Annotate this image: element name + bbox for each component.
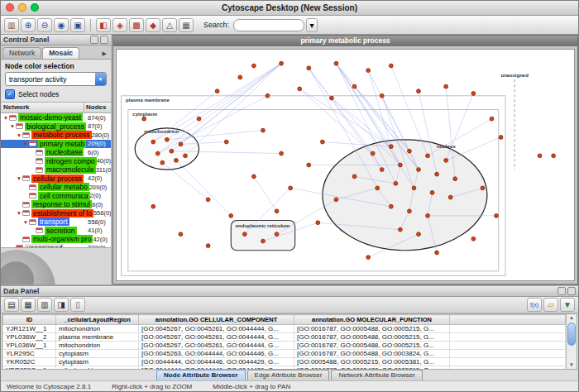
network-node[interactable] <box>412 186 416 190</box>
network-canvas[interactable]: plasma membranecytoplasmmitochondrionnuc… <box>116 49 575 281</box>
close-button[interactable] <box>6 3 14 12</box>
delete-attribute-icon[interactable]: ▥ <box>37 298 52 312</box>
table-cell[interactable]: [GO:0045267, GO:0045261, GO:0044444, G..… <box>139 325 294 333</box>
table-row[interactable]: YJR121W__1mitochondrion[GO:0045267, GO:0… <box>3 325 566 333</box>
network-node[interactable] <box>334 198 338 202</box>
table-cell[interactable]: mitochondrion <box>56 366 139 370</box>
network-node[interactable] <box>417 89 421 93</box>
network-node[interactable] <box>179 142 183 146</box>
tab-edge-attribute-browser[interactable]: Edge Attribute Browser <box>247 370 330 380</box>
zoom-button[interactable] <box>31 3 39 12</box>
network-node[interactable] <box>435 172 439 176</box>
network-node[interactable] <box>330 96 334 100</box>
table-cell[interactable]: [GO:0045267, GO:0045261, GO:0044444, G..… <box>139 333 294 342</box>
table-row[interactable]: YPL036W__2plasma membrane[GO:0045267, GO… <box>3 333 566 342</box>
network-node[interactable] <box>266 93 270 98</box>
network-node[interactable] <box>165 137 169 141</box>
network-node[interactable] <box>430 191 434 195</box>
network-node[interactable] <box>184 154 188 158</box>
network-node[interactable] <box>495 213 499 218</box>
network-node[interactable] <box>238 75 242 79</box>
column-header[interactable]: ID <box>3 315 56 325</box>
network-node[interactable] <box>389 64 393 68</box>
network-node[interactable] <box>398 227 402 232</box>
network-node[interactable] <box>206 244 210 248</box>
vertical-scrollbar[interactable]: ▲ ▼ <box>566 314 577 369</box>
select-attributes-icon[interactable]: ▤ <box>4 298 19 312</box>
network-node[interactable] <box>151 204 156 208</box>
network-node[interactable] <box>289 186 293 190</box>
select-first-neighbors-icon[interactable]: ◈ <box>112 18 127 32</box>
column-header[interactable]: _cellularLayoutRegion <box>56 315 139 325</box>
network-node[interactable] <box>261 239 266 243</box>
import-table-icon[interactable]: ▼ <box>560 298 575 312</box>
table-cell[interactable]: YPL036W__1 <box>3 342 56 350</box>
table-cell[interactable]: YKR052C <box>3 358 56 366</box>
network-node[interactable] <box>389 204 393 208</box>
network-node[interactable] <box>151 140 156 144</box>
network-node[interactable] <box>229 213 233 218</box>
expander-icon[interactable]: ▼ <box>22 219 29 225</box>
tree-item-metabolic-process[interactable]: ▼metabolic process280(0) <box>1 131 111 140</box>
network-node[interactable] <box>471 92 476 96</box>
network-node[interactable] <box>426 213 430 218</box>
network-node[interactable] <box>156 151 160 155</box>
network-node[interactable] <box>389 145 393 149</box>
scroll-down-icon[interactable]: ▼ <box>567 361 577 369</box>
tree-item-mosaic-demo-yeast[interactable]: ▼mosaic-demo-yeast874(0) <box>1 113 111 122</box>
network-node[interactable] <box>242 232 246 237</box>
network-node[interactable] <box>371 151 375 155</box>
tab-node-attribute-browser[interactable]: Node Attribute Browser <box>156 370 246 380</box>
table-cell[interactable]: YPL036W__2 <box>3 333 56 342</box>
network-node[interactable] <box>170 149 174 153</box>
modify-attribute-icon[interactable]: ◨ <box>54 298 69 312</box>
network-node[interactable] <box>408 149 412 153</box>
network-node[interactable] <box>490 117 494 121</box>
network-node[interactable] <box>376 186 380 190</box>
table-cell[interactable]: cytoplasm <box>56 358 139 366</box>
table-cell[interactable]: mitochondrion <box>56 342 139 350</box>
network-node[interactable] <box>206 198 210 202</box>
tree-item-transport[interactable]: ▼transport558(0) <box>1 218 111 227</box>
table-cell[interactable] <box>450 342 566 350</box>
network-node[interactable] <box>408 209 412 213</box>
network-node[interactable] <box>197 117 201 121</box>
table-cell[interactable] <box>450 350 566 358</box>
formula-icon[interactable]: f(x) <box>527 298 542 312</box>
tree-item-multi-organism-pro[interactable]: multi-organism pro42(0) <box>1 235 111 244</box>
network-node[interactable] <box>224 140 228 144</box>
trash-icon[interactable]: ▯ <box>70 298 85 312</box>
table-cell[interactable]: [GO:0016787, GO:0005488, GO:0005215, G..… <box>294 325 450 333</box>
network-node[interactable] <box>280 151 284 155</box>
table-cell[interactable]: YDR039C__1 <box>3 366 56 370</box>
float-panel-icon[interactable] <box>90 36 98 44</box>
zoom-fit-icon[interactable]: ▣ <box>70 18 85 32</box>
network-node[interactable] <box>481 186 485 190</box>
expander-icon[interactable]: ▼ <box>16 132 22 138</box>
tree-item-secretion[interactable]: secretion41(0) <box>1 227 111 236</box>
zoom-selected-icon[interactable]: ◉ <box>54 18 69 32</box>
expander-icon[interactable]: ▼ <box>16 210 22 216</box>
table-cell[interactable]: cytoplasm <box>56 350 139 358</box>
column-header[interactable]: annotation.GO MOLECULAR_FUNCTION <box>294 315 450 325</box>
table-cell[interactable]: mitochondrion <box>56 325 139 333</box>
vizmapper-icon[interactable]: △ <box>162 18 177 32</box>
network-node[interactable] <box>366 256 371 260</box>
table-cell[interactable]: [GO:0044444, GO:0044446, GO:0044429, G..… <box>139 366 294 370</box>
column-header[interactable]: annotation.GO CELLULAR_COMPONENT <box>139 315 294 325</box>
select-nodes-checkbox[interactable]: ✓ <box>5 89 15 99</box>
tree-item-response-to-stimul[interactable]: response to stimul8(0) <box>1 200 111 209</box>
table-cell[interactable]: plasma membrane <box>56 333 139 342</box>
zoom-in-icon[interactable]: ⊕ <box>21 18 36 32</box>
network-node[interactable] <box>471 237 476 241</box>
network-node[interactable] <box>316 221 320 225</box>
zoom-out-icon[interactable]: ⊖ <box>37 18 52 32</box>
table-cell[interactable]: [GO:0045263, GO:0044444, GO:0044446, G..… <box>139 350 294 358</box>
network-node[interactable] <box>320 140 324 144</box>
table-row[interactable]: YLR295Ccytoplasm[GO:0045263, GO:0044444,… <box>3 350 566 358</box>
float-data-panel-icon[interactable] <box>557 287 566 295</box>
network-node[interactable] <box>174 159 178 163</box>
close-panel-icon[interactable] <box>100 36 108 44</box>
tree-item-nitrogen-compo[interactable]: nitrogen compo40(0) <box>1 157 111 166</box>
table-cell[interactable] <box>450 366 566 370</box>
